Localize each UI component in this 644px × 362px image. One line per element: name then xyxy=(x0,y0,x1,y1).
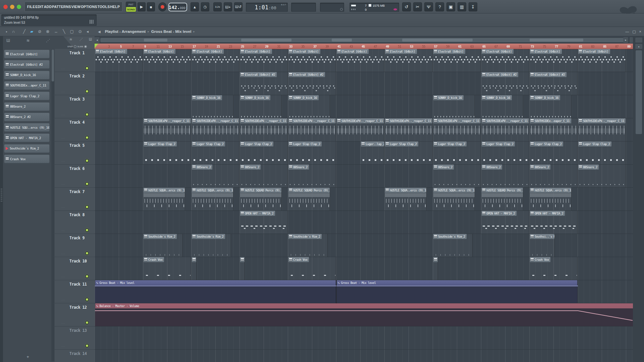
clip[interactable]: ElectraX [64bit] #2 xyxy=(240,72,288,95)
picker-item[interactable]: ElectraX [64bit] xyxy=(4,50,50,58)
cut-button[interactable]: ✂ xyxy=(413,2,422,11)
step-toggle[interactable] xyxy=(74,45,76,48)
clip[interactable]: hUSTLE SQUA..ercs (9)_10 xyxy=(433,188,475,210)
horizontal-scrollbar[interactable]: ◂ ▸ xyxy=(95,37,633,43)
maximize-playlist-button[interactable]: ▢ xyxy=(632,29,636,34)
minimize-playlist-button[interactable]: — xyxy=(625,29,629,34)
stop-button[interactable]: ■ xyxy=(147,2,155,11)
clip[interactable]: SONNY_D_kick_16 xyxy=(240,95,282,118)
slice-tool[interactable]: ╲ xyxy=(63,29,65,34)
menu-item-tools[interactable]: TOOLS xyxy=(97,5,110,9)
close-window-button[interactable] xyxy=(3,5,8,9)
clip[interactable]: Luger Slap Clap_2 xyxy=(288,141,336,164)
track-mute-led[interactable] xyxy=(85,113,89,116)
clip[interactable]: Southside´s Rim_2 xyxy=(288,234,328,257)
clip[interactable]: hUSTLE SQUA..ercs (9)_10 xyxy=(192,188,233,210)
metronome-button[interactable]: ▲ xyxy=(191,2,199,11)
slide-notes-icon[interactable]: ⋰ xyxy=(79,38,83,41)
clip[interactable]: SONNY_D_kick_16 xyxy=(433,95,475,118)
track-lane[interactable] xyxy=(95,326,633,350)
track-mute-led[interactable] xyxy=(85,205,89,209)
clip[interactable]: ElectraX [64bit] xyxy=(192,49,239,72)
record-audio-button[interactable]: Ψ xyxy=(424,2,433,11)
picker-item[interactable]: Luger Slap Clap_2 xyxy=(4,92,50,100)
headphones-icon[interactable]: ∩ xyxy=(12,29,15,34)
playlist-grid[interactable]: ◂ ▸ 357911131517192123252729313335373941… xyxy=(95,36,633,362)
picker-item[interactable]: hUSTLE SQU..ercs (9)_10 xyxy=(4,123,50,132)
vertical-scroll-handle[interactable] xyxy=(636,50,642,134)
clip[interactable]: SOUTHSIDExPV.._reaper_C_11 xyxy=(385,118,433,141)
track-name[interactable]: Track 13 xyxy=(69,328,87,333)
clip[interactable]: OPEN HAT - MAFIA_2 xyxy=(481,211,529,234)
loop-record-button[interactable]: Ш↺ xyxy=(234,2,243,11)
track-name[interactable]: Track 6 xyxy=(69,166,85,171)
clip[interactable]: Luger Slap Clap_2 xyxy=(433,141,481,164)
play-button[interactable]: ▶ xyxy=(138,2,146,11)
clip[interactable]: Luger Slap Clap_2 xyxy=(530,141,578,164)
track-name[interactable]: Track 2 xyxy=(69,74,85,78)
automation-clip[interactable]: ∿Gross Beat - Mix level xyxy=(336,280,578,303)
slide-toggle[interactable] xyxy=(84,45,87,48)
track-mute-led[interactable] xyxy=(85,344,89,348)
picker-audio-tab[interactable]: ≋ xyxy=(26,38,30,43)
track-mute-led[interactable] xyxy=(85,136,89,139)
menu-item-help[interactable]: HELP xyxy=(110,5,120,9)
undo-button[interactable]: ↺ xyxy=(402,2,411,11)
scroll-size-grip[interactable] xyxy=(630,37,633,43)
clip[interactable]: SOUTHSIDExPV.._reaper_C_11 xyxy=(433,118,481,141)
clip[interactable] xyxy=(192,257,197,280)
scroll-corner-button[interactable] xyxy=(635,38,642,43)
mute-tool[interactable]: ⊗ xyxy=(46,29,49,34)
tempo-display[interactable]: 142.000 ▴▾ xyxy=(168,3,187,11)
scroll-right-button[interactable]: ▸ xyxy=(623,37,628,43)
menu-item-patterns[interactable]: PATTERNS xyxy=(52,5,71,9)
clip[interactable]: OPEN HAT - MAFIA_2 xyxy=(530,211,578,234)
clip[interactable]: hUSTLE SQUAD Percs (9)_10 xyxy=(240,188,282,210)
track-name[interactable]: Track 12 xyxy=(69,305,87,310)
tempo-spinner[interactable]: ▴▾ xyxy=(186,6,187,9)
track-mute-led[interactable] xyxy=(85,298,89,301)
clip[interactable] xyxy=(240,257,245,280)
overdub-button[interactable]: Ш+ xyxy=(224,2,232,11)
clip[interactable]: SOUTHSIDExPV.._reaper_C_11 xyxy=(288,118,336,141)
export-button[interactable]: ↧ xyxy=(469,2,477,11)
clip[interactable]: ElectraX [64bit] xyxy=(385,49,433,72)
picker-item[interactable]: SONNY_D_kick_16 xyxy=(4,71,50,79)
clip[interactable]: Crash Vox xyxy=(143,257,191,280)
zoom-tool[interactable]: ⊙ xyxy=(78,29,82,34)
clip[interactable] xyxy=(433,257,438,280)
clip[interactable]: hUSTLE SQUA..ercs (9)_10 xyxy=(385,188,427,210)
clip[interactable]: SONNY_D_kick_16 xyxy=(288,95,330,118)
performance-icon[interactable]: ≋ xyxy=(69,38,72,41)
clip[interactable]: Luger Slap Clap_2 xyxy=(240,141,288,164)
menu-item-edit[interactable]: EDIT xyxy=(35,5,44,9)
picker-item[interactable]: 88Snare_2 xyxy=(4,102,50,111)
track-name[interactable]: Track 14 xyxy=(69,351,87,356)
clip[interactable]: ElectraX [64bit] #2 xyxy=(288,72,336,95)
clip[interactable]: SOUTHSIDExPV.._reaper_C_11 xyxy=(143,118,191,141)
picker-scrollbar[interactable] xyxy=(51,50,54,361)
clip[interactable]: 88Snare_2 xyxy=(433,165,481,187)
clip[interactable]: Crash Vox xyxy=(288,257,336,280)
track-name[interactable]: Track 3 xyxy=(69,97,85,102)
track-name[interactable]: Track 10 xyxy=(69,259,87,263)
record-button[interactable] xyxy=(158,2,167,11)
clip[interactable]: SOUTHSIDExPV.._reaper_C_11 xyxy=(578,118,626,141)
clip[interactable]: ElectraX [64bit] xyxy=(336,49,384,72)
clip[interactable]: SOUTHSIDExPV.._reaper_C_11 xyxy=(240,118,288,141)
timeline-ruler[interactable]: 3579111315171921232527293133353739414345… xyxy=(95,44,633,49)
track-name[interactable]: Track 9 xyxy=(69,236,85,240)
song-mode-label[interactable]: SONG xyxy=(126,7,136,12)
clip[interactable]: ElectraX [64bit] xyxy=(143,49,191,72)
clip[interactable]: ElectraX [64bit] #2 xyxy=(530,72,578,95)
picker-automation-tab[interactable]: ⋰ xyxy=(46,38,50,43)
track-mute-led[interactable] xyxy=(85,275,89,278)
playlist-menu-arrow[interactable]: ▸ xyxy=(6,30,7,33)
track-mute-led[interactable] xyxy=(85,159,89,163)
clip[interactable]: OPEN HAT - MAFIA_2 xyxy=(240,211,288,234)
track-mute-led[interactable] xyxy=(85,182,89,186)
clip[interactable]: Luger..lap_2 xyxy=(361,141,384,164)
clip[interactable]: hUSTLE SQUA..ercs (9)_10 xyxy=(143,188,185,210)
picker-item[interactable]: 88Snare_2 #2 xyxy=(4,113,50,121)
automation-clip[interactable]: ∿Balance - Master - Volume xyxy=(95,303,633,326)
